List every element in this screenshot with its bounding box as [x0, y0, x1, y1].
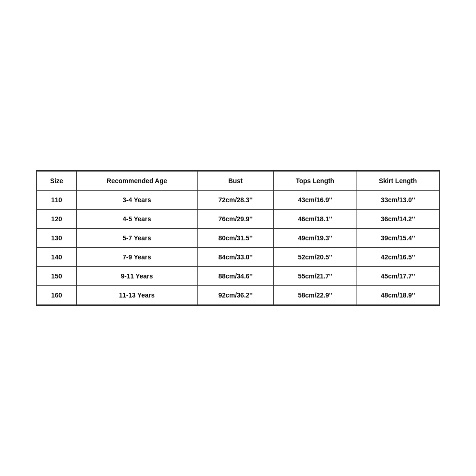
cell-size: 140 [37, 248, 77, 267]
cell-skirt_length: 36cm/14.2'' [357, 210, 439, 229]
cell-tops_length: 46cm/18.1'' [273, 210, 357, 229]
table-row: 1204-5 Years76cm/29.9''46cm/18.1''36cm/1… [37, 210, 439, 229]
size-chart-container: Size Recommended Age Bust Tops Length Sk… [36, 170, 440, 306]
cell-bust: 92cm/36.2'' [198, 286, 273, 305]
cell-tops_length: 49cm/19.3'' [273, 229, 357, 248]
cell-size: 160 [37, 286, 77, 305]
cell-bust: 76cm/29.9'' [198, 210, 273, 229]
cell-bust: 88cm/34.6'' [198, 267, 273, 286]
header-size: Size [37, 172, 77, 191]
cell-tops_length: 58cm/22.9'' [273, 286, 357, 305]
cell-size: 150 [37, 267, 77, 286]
cell-skirt_length: 39cm/15.4'' [357, 229, 439, 248]
table-row: 1407-9 Years84cm/33.0''52cm/20.5''42cm/1… [37, 248, 439, 267]
cell-bust: 72cm/28.3'' [198, 191, 273, 210]
cell-skirt_length: 48cm/18.9'' [357, 286, 439, 305]
cell-tops_length: 55cm/21.7'' [273, 267, 357, 286]
cell-size: 130 [37, 229, 77, 248]
header-age: Recommended Age [76, 172, 198, 191]
cell-bust: 80cm/31.5'' [198, 229, 273, 248]
cell-age: 9-11 Years [76, 267, 198, 286]
header-skirt-length: Skirt Length [357, 172, 439, 191]
table-header-row: Size Recommended Age Bust Tops Length Sk… [37, 172, 439, 191]
cell-skirt_length: 45cm/17.7'' [357, 267, 439, 286]
cell-age: 5-7 Years [76, 229, 198, 248]
table-row: 1509-11 Years88cm/34.6''55cm/21.7''45cm/… [37, 267, 439, 286]
cell-age: 3-4 Years [76, 191, 198, 210]
header-tops-length: Tops Length [273, 172, 357, 191]
cell-skirt_length: 42cm/16.5'' [357, 248, 439, 267]
header-bust: Bust [198, 172, 273, 191]
table-row: 16011-13 Years92cm/36.2''58cm/22.9''48cm… [37, 286, 439, 305]
cell-tops_length: 52cm/20.5'' [273, 248, 357, 267]
table-row: 1305-7 Years80cm/31.5''49cm/19.3''39cm/1… [37, 229, 439, 248]
cell-skirt_length: 33cm/13.0'' [357, 191, 439, 210]
cell-bust: 84cm/33.0'' [198, 248, 273, 267]
cell-age: 4-5 Years [76, 210, 198, 229]
table-row: 1103-4 Years72cm/28.3''43cm/16.9''33cm/1… [37, 191, 439, 210]
cell-age: 7-9 Years [76, 248, 198, 267]
size-chart-table: Size Recommended Age Bust Tops Length Sk… [37, 171, 439, 305]
cell-size: 120 [37, 210, 77, 229]
cell-size: 110 [37, 191, 77, 210]
cell-tops_length: 43cm/16.9'' [273, 191, 357, 210]
cell-age: 11-13 Years [76, 286, 198, 305]
